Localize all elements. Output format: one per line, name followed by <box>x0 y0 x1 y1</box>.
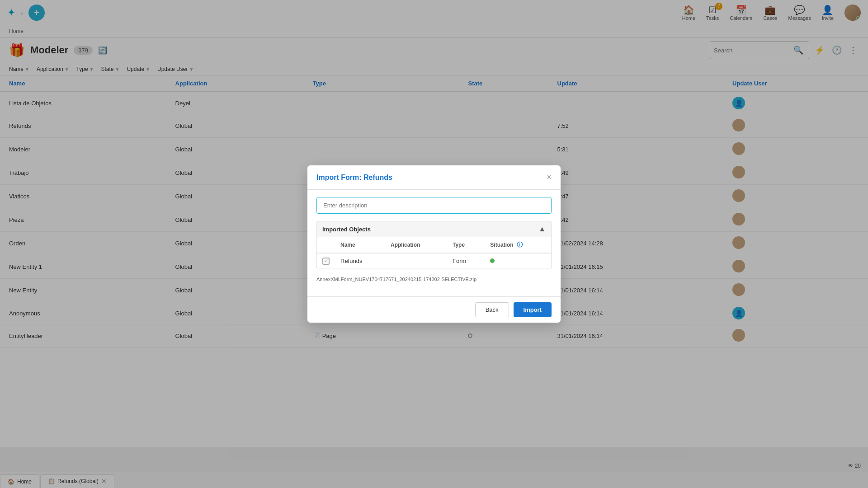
col-import-name: Name <box>335 237 385 253</box>
modal-overlay: Import Form: Refunds × Imported Objects … <box>0 0 868 488</box>
modal-header: Import Form: Refunds × <box>307 165 561 190</box>
col-check <box>317 237 335 253</box>
checkbox-checked-icon: ✓ <box>322 258 330 265</box>
col-import-type: Type <box>447 237 485 253</box>
import-situation <box>485 253 551 268</box>
section-toggle-button[interactable]: ▲ <box>538 225 546 233</box>
imported-row: ✓ Refunds Form <box>317 253 551 268</box>
import-name: Refunds <box>335 253 385 268</box>
situation-info-icon[interactable]: ⓘ <box>517 241 523 248</box>
col-import-app: Application <box>385 237 447 253</box>
modal-close-button[interactable]: × <box>547 173 552 182</box>
import-button[interactable]: Import <box>514 302 552 317</box>
back-button[interactable]: Back <box>475 302 509 317</box>
import-type: Form <box>447 253 485 268</box>
modal-body: Imported Objects ▲ Name Application Type… <box>307 190 561 296</box>
import-app <box>385 253 447 268</box>
description-input[interactable] <box>316 197 552 214</box>
modal-footer: Back Import <box>307 296 561 323</box>
col-import-situation: Situation ⓘ <box>485 237 551 253</box>
section-title: Imported Objects <box>322 226 371 233</box>
import-filename: AnnexXMLForm_NUEV1704717671_20240215-174… <box>316 277 552 282</box>
imported-objects-section-header: Imported Objects ▲ <box>316 221 552 237</box>
imported-table: Name Application Type Situation ⓘ <box>316 237 552 269</box>
modal-title: Import Form: Refunds <box>316 174 392 182</box>
situation-dot <box>490 258 495 263</box>
import-checkbox[interactable]: ✓ <box>317 253 335 268</box>
import-modal: Import Form: Refunds × Imported Objects … <box>307 165 561 323</box>
